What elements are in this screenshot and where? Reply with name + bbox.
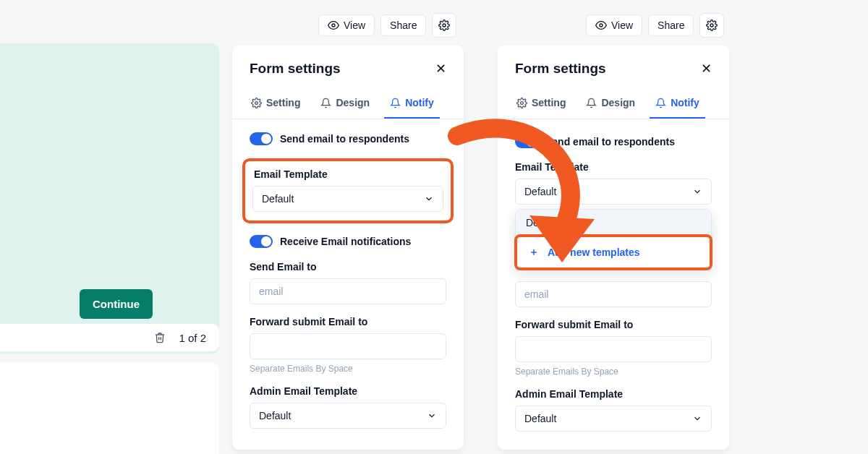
settings-button[interactable] xyxy=(699,13,724,38)
dropdown-option-default[interactable]: Default xyxy=(516,210,711,236)
tab-label: Design xyxy=(336,97,370,108)
tab-design[interactable]: Design xyxy=(580,90,641,119)
send-email-to-input[interactable] xyxy=(250,278,446,304)
admin-template-label: Admin Email Template xyxy=(515,388,712,400)
add-new-templates-button[interactable]: ＋ Add new templates xyxy=(514,234,712,270)
svg-point-0 xyxy=(332,24,335,27)
gear-icon xyxy=(251,98,262,108)
close-icon[interactable]: ✕ xyxy=(435,62,446,75)
send-email-to-input[interactable] xyxy=(515,281,712,307)
toggle-receive-notifications[interactable] xyxy=(250,235,273,248)
svg-point-1 xyxy=(443,24,446,27)
select-value: Default xyxy=(524,413,556,424)
forward-email-input[interactable] xyxy=(515,336,712,362)
bell-icon xyxy=(320,98,331,108)
select-value: Default xyxy=(524,186,556,197)
forward-label: Forward submit Email to xyxy=(250,316,446,327)
select-value: Default xyxy=(259,410,291,421)
form-settings-panel: Form settings ✕ Setting Design Notify Se… xyxy=(232,45,464,450)
page-footer: 1 of 2 xyxy=(0,324,219,351)
forward-label: Forward submit Email to xyxy=(515,319,712,330)
settings-button[interactable] xyxy=(432,13,456,38)
bell-icon xyxy=(586,98,597,108)
add-new-templates-label: Add new templates xyxy=(548,247,640,258)
svg-point-3 xyxy=(710,24,713,27)
tab-design[interactable]: Design xyxy=(315,90,375,119)
separate-helper: Separate Emails By Space xyxy=(250,364,446,374)
admin-template-select[interactable]: Default xyxy=(515,406,712,432)
tabs: Setting Design Notify xyxy=(232,90,464,119)
chevron-down-icon xyxy=(692,414,702,424)
tab-label: Setting xyxy=(266,97,300,108)
tab-notify[interactable]: Notify xyxy=(650,90,705,119)
next-section-preview xyxy=(0,363,219,454)
view-button[interactable]: View xyxy=(318,14,375,36)
close-icon[interactable]: ✕ xyxy=(701,62,712,75)
email-template-select[interactable]: Default xyxy=(252,186,443,212)
view-label: View xyxy=(344,20,365,31)
email-template-label: Email Template xyxy=(515,161,712,173)
tab-notify[interactable]: Notify xyxy=(384,90,440,119)
trash-icon[interactable] xyxy=(154,332,166,343)
toolbar-left: View Share xyxy=(318,13,456,38)
eye-icon xyxy=(595,20,607,31)
tabs: Setting Design Notify xyxy=(498,90,729,119)
chevron-down-icon xyxy=(692,187,702,197)
toolbar-right: View Share xyxy=(586,13,724,38)
svg-point-5 xyxy=(521,101,524,104)
gear-icon xyxy=(516,98,527,108)
email-template-select[interactable]: Default xyxy=(515,179,712,205)
tab-label: Notify xyxy=(671,97,699,108)
gear-icon xyxy=(438,20,450,31)
plus-icon: ＋ xyxy=(527,246,540,259)
admin-template-select[interactable]: Default xyxy=(250,403,446,429)
tab-label: Setting xyxy=(532,97,566,108)
form-settings-panel: Form settings ✕ Setting Design Notify Se… xyxy=(498,45,729,450)
email-template-highlight: Email Template Default xyxy=(242,158,454,223)
toggle-label: Send email to respondents xyxy=(545,136,675,147)
send-email-to-label: Send Email to xyxy=(250,261,446,273)
forward-email-input[interactable] xyxy=(250,333,446,359)
continue-button[interactable]: Continue xyxy=(80,289,153,319)
bell-icon xyxy=(655,98,666,108)
page-count: 1 of 2 xyxy=(179,332,206,344)
toggle-send-respondents[interactable] xyxy=(515,135,538,148)
separate-helper: Separate Emails By Space xyxy=(515,367,712,377)
panel-title: Form settings xyxy=(515,61,606,77)
panel-title: Form settings xyxy=(250,61,341,77)
gear-icon xyxy=(706,20,718,31)
email-template-dropdown: Default ＋ Add new templates xyxy=(515,209,712,270)
toggle-send-respondents[interactable] xyxy=(250,132,273,145)
email-template-label: Email Template xyxy=(254,168,443,180)
svg-point-2 xyxy=(600,24,603,27)
eye-icon xyxy=(328,20,339,31)
tab-label: Notify xyxy=(405,97,434,108)
view-label: View xyxy=(611,20,633,31)
admin-template-label: Admin Email Template xyxy=(250,385,446,397)
tab-label: Design xyxy=(601,97,635,108)
svg-point-4 xyxy=(255,101,258,104)
view-button[interactable]: View xyxy=(586,14,642,36)
tab-setting[interactable]: Setting xyxy=(245,90,306,119)
select-value: Default xyxy=(262,193,294,205)
toggle-label: Receive Email notifications xyxy=(280,236,411,247)
chevron-down-icon xyxy=(424,194,434,204)
toggle-label: Send email to respondents xyxy=(280,133,409,145)
tab-setting[interactable]: Setting xyxy=(511,90,571,119)
bell-icon xyxy=(390,98,401,108)
chevron-down-icon xyxy=(427,411,437,421)
share-button[interactable]: Share xyxy=(648,14,694,36)
share-button[interactable]: Share xyxy=(380,14,426,36)
